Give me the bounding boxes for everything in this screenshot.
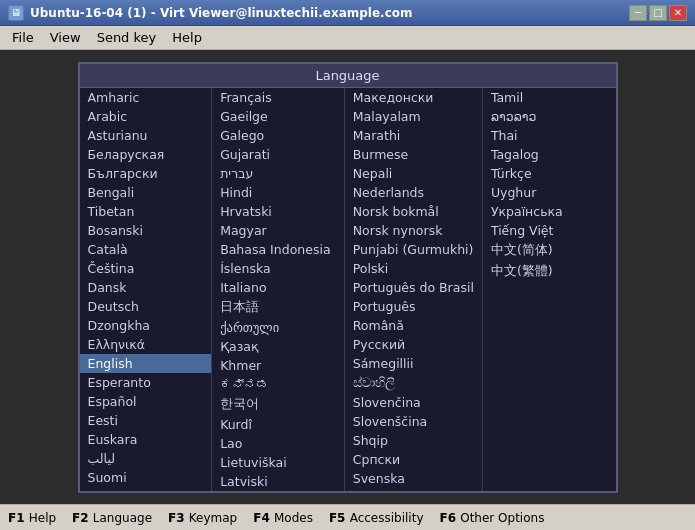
language-item[interactable]: Hrvatski bbox=[212, 202, 344, 221]
language-item[interactable]: Français bbox=[212, 88, 344, 107]
language-item[interactable]: Shqip bbox=[345, 431, 482, 450]
language-item[interactable]: Lietuviškai bbox=[212, 453, 344, 472]
language-item[interactable]: Norsk bokmål bbox=[345, 202, 482, 221]
language-item[interactable]: Íslenska bbox=[212, 259, 344, 278]
status-f5[interactable]: F5 Accessibility bbox=[329, 511, 424, 525]
dialog-title: Language bbox=[80, 64, 616, 88]
language-item[interactable]: Uyghur bbox=[483, 183, 616, 202]
language-item[interactable]: Gaeilge bbox=[212, 107, 344, 126]
minimize-button[interactable]: ─ bbox=[629, 5, 647, 21]
language-item[interactable]: Română bbox=[345, 316, 482, 335]
language-item[interactable]: ස්වාහිලි bbox=[345, 373, 482, 393]
status-f2[interactable]: F2 Language bbox=[72, 511, 152, 525]
language-item[interactable]: Tiếng Việt bbox=[483, 221, 616, 240]
language-item[interactable]: Қазақ bbox=[212, 337, 344, 356]
language-item[interactable]: Čeština bbox=[80, 259, 212, 278]
language-column-1: AmharicArabicAsturianuБеларускаяБългарск… bbox=[80, 88, 213, 491]
language-item[interactable]: Ελληνικά bbox=[80, 335, 212, 354]
language-item[interactable]: ليالب bbox=[80, 449, 212, 468]
language-item[interactable]: Português do Brasil bbox=[345, 278, 482, 297]
language-item[interactable]: Punjabi (Gurmukhi) bbox=[345, 240, 482, 259]
menu-file[interactable]: File bbox=[4, 28, 42, 47]
language-item[interactable]: Беларуская bbox=[80, 145, 212, 164]
language-item[interactable]: Nederlands bbox=[345, 183, 482, 202]
language-item[interactable]: Bosanski bbox=[80, 221, 212, 240]
language-item[interactable]: Svenska bbox=[345, 469, 482, 488]
language-item[interactable]: Galego bbox=[212, 126, 344, 145]
title-bar-left: 🖥 Ubuntu-16-04 (1) - Virt Viewer@linuxte… bbox=[8, 5, 413, 21]
menu-view[interactable]: View bbox=[42, 28, 89, 47]
language-item[interactable]: Slovenčina bbox=[345, 393, 482, 412]
language-grid: AmharicArabicAsturianuБеларускаяБългарск… bbox=[80, 88, 616, 491]
language-item[interactable]: 中文(繁體) bbox=[483, 261, 616, 282]
language-item[interactable]: עברית bbox=[212, 164, 344, 183]
language-item[interactable]: Gujarati bbox=[212, 145, 344, 164]
language-item[interactable]: Català bbox=[80, 240, 212, 259]
language-item[interactable]: Türkçe bbox=[483, 164, 616, 183]
language-item[interactable]: Khmer bbox=[212, 356, 344, 375]
language-item[interactable]: Norsk nynorsk bbox=[345, 221, 482, 240]
language-item[interactable]: Dzongkha bbox=[80, 316, 212, 335]
language-item[interactable]: Español bbox=[80, 392, 212, 411]
menu-bar: File View Send key Help bbox=[0, 26, 695, 50]
language-item[interactable]: Esperanto bbox=[80, 373, 212, 392]
status-f3[interactable]: F3 Keymap bbox=[168, 511, 237, 525]
language-item[interactable]: ລາວ​ລາວ bbox=[483, 107, 616, 126]
language-item[interactable]: Arabic bbox=[80, 107, 212, 126]
language-item[interactable]: Tamil bbox=[483, 88, 616, 107]
language-item[interactable]: 中文(简体) bbox=[483, 240, 616, 261]
language-item[interactable]: Nepali bbox=[345, 164, 482, 183]
status-bar: F1 Help F2 Language F3 Keymap F4 Modes F… bbox=[0, 504, 695, 530]
language-item[interactable]: Marathi bbox=[345, 126, 482, 145]
status-f1[interactable]: F1 Help bbox=[8, 511, 56, 525]
status-f6[interactable]: F6 Other Options bbox=[439, 511, 544, 525]
menu-help[interactable]: Help bbox=[164, 28, 210, 47]
language-item[interactable]: Deutsch bbox=[80, 297, 212, 316]
language-item[interactable]: Euskara bbox=[80, 430, 212, 449]
language-item[interactable]: Tibetan bbox=[80, 202, 212, 221]
language-item[interactable]: Polski bbox=[345, 259, 482, 278]
language-item[interactable]: Dansk bbox=[80, 278, 212, 297]
language-item[interactable]: Eesti bbox=[80, 411, 212, 430]
main-content: Language AmharicArabicAsturianuБеларуска… bbox=[0, 50, 695, 504]
language-item[interactable]: Български bbox=[80, 164, 212, 183]
language-column-2: FrançaisGaeilgeGalegoGujaratiעבריתHindiH… bbox=[212, 88, 345, 491]
language-item[interactable]: English bbox=[80, 354, 212, 373]
language-item[interactable]: Thai bbox=[483, 126, 616, 145]
title-bar-buttons: ─ □ ✕ bbox=[629, 5, 687, 21]
language-item[interactable]: Sámegillii bbox=[345, 354, 482, 373]
window-title: Ubuntu-16-04 (1) - Virt Viewer@linuxtech… bbox=[30, 6, 413, 20]
language-item[interactable]: Slovenščina bbox=[345, 412, 482, 431]
language-item[interactable]: Latviski bbox=[212, 472, 344, 491]
language-item[interactable]: 日本語 bbox=[212, 297, 344, 318]
language-item[interactable]: Magyar bbox=[212, 221, 344, 240]
language-item[interactable]: Amharic bbox=[80, 88, 212, 107]
language-item[interactable]: Bahasa Indonesia bbox=[212, 240, 344, 259]
language-item[interactable]: Burmese bbox=[345, 145, 482, 164]
close-button[interactable]: ✕ bbox=[669, 5, 687, 21]
language-item[interactable]: Bengali bbox=[80, 183, 212, 202]
status-f4[interactable]: F4 Modes bbox=[253, 511, 313, 525]
language-item[interactable]: Lao bbox=[212, 434, 344, 453]
language-item[interactable]: Српски bbox=[345, 450, 482, 469]
language-item[interactable]: ಕನ್ನಡ bbox=[212, 375, 344, 394]
language-item[interactable]: Tagalog bbox=[483, 145, 616, 164]
language-item[interactable]: Українська bbox=[483, 202, 616, 221]
language-item[interactable]: Hindi bbox=[212, 183, 344, 202]
language-item[interactable] bbox=[483, 322, 616, 326]
language-dialog: Language AmharicArabicAsturianuБеларуска… bbox=[78, 62, 618, 493]
language-item[interactable]: Italiano bbox=[212, 278, 344, 297]
language-item[interactable]: 한국어 bbox=[212, 394, 344, 415]
language-item[interactable]: Português bbox=[345, 297, 482, 316]
language-item[interactable]: Русский bbox=[345, 335, 482, 354]
language-item[interactable]: Asturianu bbox=[80, 126, 212, 145]
language-item[interactable]: Suomi bbox=[80, 468, 212, 487]
menu-sendkey[interactable]: Send key bbox=[89, 28, 165, 47]
title-bar: 🖥 Ubuntu-16-04 (1) - Virt Viewer@linuxte… bbox=[0, 0, 695, 26]
language-item[interactable]: ქართული bbox=[212, 318, 344, 337]
language-item[interactable]: Македонски bbox=[345, 88, 482, 107]
language-item[interactable]: Kurdî bbox=[212, 415, 344, 434]
app-icon: 🖥 bbox=[8, 5, 24, 21]
language-item[interactable]: Malayalam bbox=[345, 107, 482, 126]
maximize-button[interactable]: □ bbox=[649, 5, 667, 21]
